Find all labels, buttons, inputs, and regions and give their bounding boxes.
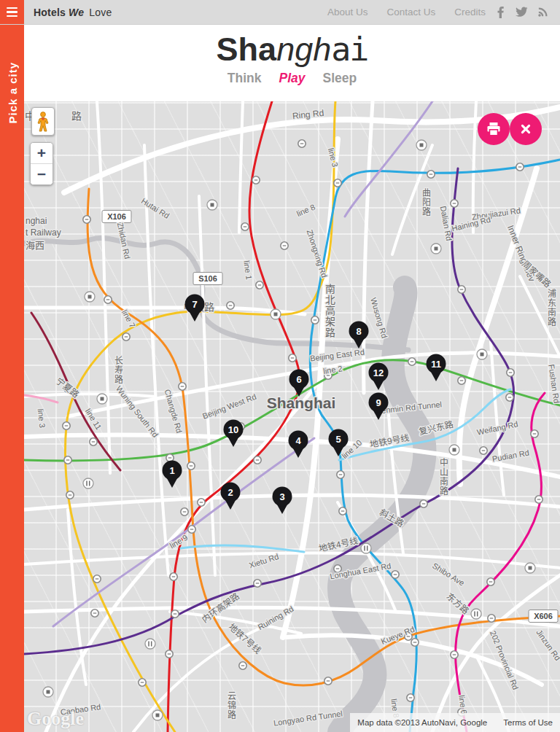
station-icon xyxy=(91,610,98,617)
station-icon xyxy=(239,662,246,669)
section-tabs: Think Play Sleep xyxy=(24,71,560,86)
map-label: Fushan Rd xyxy=(547,364,560,404)
map-label: Pudian Rd xyxy=(491,448,530,464)
poi-icon xyxy=(85,292,95,302)
poi-icon xyxy=(271,309,281,319)
station-icon xyxy=(104,296,112,303)
title-part-mono: ai xyxy=(331,30,368,69)
title-part-italic: ngh xyxy=(276,31,331,68)
transit-line-1 xyxy=(168,101,300,732)
station-icon xyxy=(171,610,179,618)
title-part-bold: Sha xyxy=(217,31,277,68)
station-icon xyxy=(408,358,416,365)
city-header: Shanghai Think Play Sleep xyxy=(24,24,560,101)
brand-regular: Love xyxy=(89,7,112,18)
road xyxy=(24,308,305,314)
zoom-control: + − xyxy=(30,142,53,185)
print-button[interactable] xyxy=(478,113,510,145)
station-icon xyxy=(488,615,495,622)
road-shield: X606 xyxy=(529,610,558,623)
map-label: Shanghai xyxy=(267,394,336,411)
nav-about-us[interactable]: About Us xyxy=(327,7,368,17)
map-marker-1[interactable]: 1 xyxy=(163,461,182,488)
station-icon xyxy=(90,438,97,445)
zoom-in-button[interactable]: + xyxy=(31,143,52,163)
svg-text:4: 4 xyxy=(295,435,301,446)
facebook-icon[interactable] xyxy=(496,7,505,18)
map-copyright: Map data ©2013 AutoNavi, Google xyxy=(357,718,487,727)
brand-logo[interactable]: Hotels We Love xyxy=(34,7,112,18)
restaurant-poi-icon xyxy=(83,478,93,488)
road-shield: X106 xyxy=(102,211,131,223)
rss-icon[interactable] xyxy=(537,7,548,17)
tab-sleep[interactable]: Sleep xyxy=(322,71,357,86)
station-icon xyxy=(487,578,494,585)
map-label: 中山南路 xyxy=(440,457,448,497)
svg-text:12: 12 xyxy=(373,367,384,378)
station-icon xyxy=(227,302,234,309)
road-shield: S106 xyxy=(193,273,222,285)
station-icon xyxy=(289,354,296,362)
map-marker-9[interactable]: 9 xyxy=(369,393,389,421)
svg-text:8: 8 xyxy=(356,326,361,337)
terms-of-use-link[interactable]: Terms of Use xyxy=(503,718,553,727)
map-svg: X106S106X606中路Ring RdInner Ring Elev曲阳路D… xyxy=(24,101,560,732)
transit-metro-stub xyxy=(181,545,304,552)
restaurant-poi-icon xyxy=(145,639,155,649)
map-label: line 3 xyxy=(36,408,47,428)
road xyxy=(239,101,243,233)
poi-icon xyxy=(525,563,535,573)
station-icon xyxy=(531,430,538,437)
nav-credits[interactable]: Credits xyxy=(454,7,486,17)
close-icon xyxy=(518,121,534,137)
close-map-button[interactable] xyxy=(510,113,542,145)
station-icon xyxy=(334,179,341,187)
map-label: Dalian Rd xyxy=(439,205,454,241)
station-icon xyxy=(64,456,71,464)
pick-a-city-label[interactable]: Pick a city xyxy=(7,62,19,123)
map-attribution: Map data ©2013 AutoNavi, Google Terms of… xyxy=(350,713,560,732)
station-icon xyxy=(122,333,130,340)
svg-text:3: 3 xyxy=(279,491,284,502)
google-logo[interactable]: Google xyxy=(27,708,84,730)
station-icon xyxy=(451,200,458,207)
map-label: 东方路 xyxy=(445,591,472,616)
poi-icon xyxy=(207,200,217,210)
svg-text:5: 5 xyxy=(335,434,341,445)
poi-icon xyxy=(449,445,459,455)
map-marker-10[interactable]: 10 xyxy=(224,420,244,448)
svg-text:X606: X606 xyxy=(534,612,553,620)
nav-contact-us[interactable]: Contact Us xyxy=(386,7,435,17)
map-label: 海西 xyxy=(26,240,44,251)
station-icon xyxy=(506,394,513,401)
zoom-out-button[interactable]: − xyxy=(31,163,52,184)
tab-play[interactable]: Play xyxy=(279,71,305,86)
map-canvas[interactable]: X106S106X606中路Ring RdInner Ring Elev曲阳路D… xyxy=(24,101,560,732)
map-label: 长寿路 xyxy=(114,356,123,385)
station-icon xyxy=(392,571,399,578)
station-icon xyxy=(480,447,487,454)
station-icon xyxy=(83,216,90,223)
station-icon xyxy=(411,639,419,646)
map-marker-11[interactable]: 11 xyxy=(427,354,446,382)
map-label: line 8 xyxy=(295,203,316,219)
twitter-icon[interactable] xyxy=(515,7,528,17)
road xyxy=(97,101,110,473)
station-icon xyxy=(181,508,188,515)
map-label: t Railway xyxy=(26,227,61,238)
station-icon xyxy=(252,176,260,184)
station-icon xyxy=(516,163,524,171)
station-icon xyxy=(507,369,514,376)
map-marker-3[interactable]: 3 xyxy=(273,487,292,515)
station-icon xyxy=(93,575,101,583)
pick-a-city-sidebar[interactable]: Pick a city xyxy=(0,24,24,732)
map-marker-6[interactable]: 6 xyxy=(289,370,309,397)
svg-text:X106: X106 xyxy=(107,212,126,221)
street-view-pegman-control[interactable] xyxy=(31,107,55,136)
station-icon xyxy=(337,471,344,478)
map-label: 路 xyxy=(71,110,82,122)
hamburger-menu-button[interactable] xyxy=(0,0,24,24)
tab-think[interactable]: Think xyxy=(228,71,262,86)
poi-icon xyxy=(152,710,163,720)
map-marker-2[interactable]: 2 xyxy=(221,483,241,510)
